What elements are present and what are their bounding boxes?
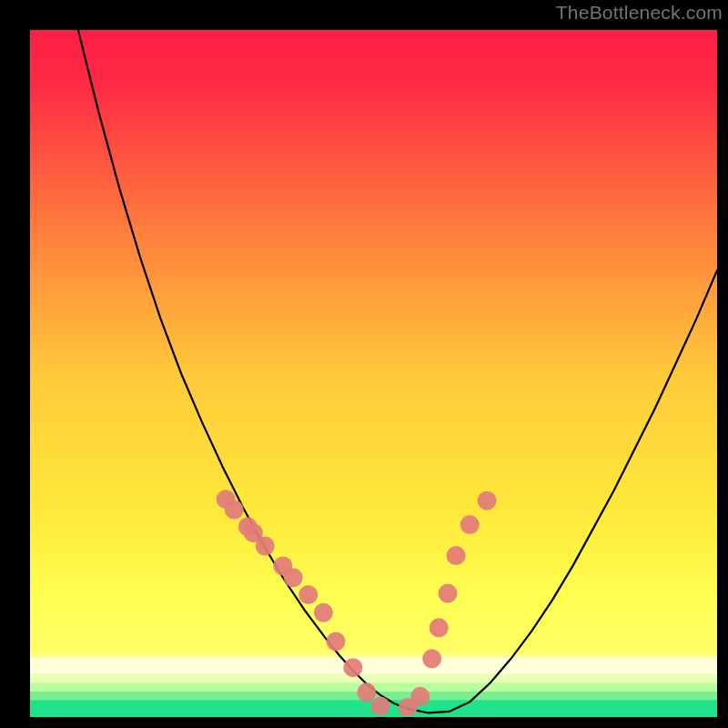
dots-right-dot — [410, 687, 430, 706]
dots-right-dot — [439, 584, 458, 603]
band-1 — [30, 673, 717, 682]
chart-svg — [30, 30, 717, 717]
dots-right-dot — [460, 515, 480, 534]
gradient-background — [30, 30, 717, 717]
dots-bottom-dot — [343, 658, 362, 677]
dots-bottom-dot — [326, 632, 345, 651]
outer-frame: TheBottleneck.com — [0, 0, 728, 728]
band-0 — [30, 658, 717, 673]
dots-right-dot — [447, 546, 466, 565]
dots-right-dot — [430, 618, 449, 637]
dots-right-dot — [422, 649, 441, 668]
dots-left-dot — [284, 568, 303, 587]
plot-area — [30, 30, 717, 717]
dots-bottom-dot — [357, 682, 376, 702]
dots-left-dot — [225, 500, 244, 519]
dots-right-dot — [478, 491, 497, 511]
watermark-text: TheBottleneck.com — [556, 2, 723, 24]
dots-left-dot — [256, 537, 275, 556]
dots-bottom-dot — [371, 696, 390, 715]
dots-left-dot — [298, 585, 318, 604]
dots-left-dot — [314, 603, 333, 622]
